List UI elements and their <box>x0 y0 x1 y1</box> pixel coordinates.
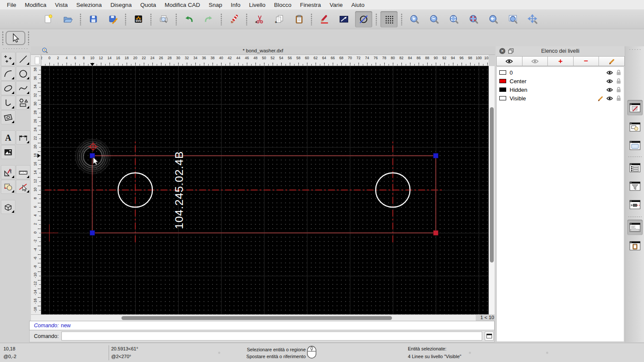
text-tool[interactable]: A <box>1 130 15 145</box>
layer-row-0[interactable]: 0 <box>497 68 624 77</box>
menu-item-blocco[interactable]: Blocco <box>270 2 296 8</box>
menu-item-info[interactable]: Info <box>227 2 245 8</box>
entity-list-toggle[interactable] <box>627 160 643 175</box>
close-panel-icon[interactable]: ✕ <box>499 48 505 54</box>
grid-toggle-button[interactable] <box>380 11 398 27</box>
block-tool[interactable] <box>1 180 15 194</box>
copy-button[interactable]: + <box>270 11 288 27</box>
menu-item-aiuto[interactable]: Aiuto <box>347 2 369 8</box>
zoom-auto-button[interactable] <box>445 11 462 27</box>
layer-row-hidden[interactable]: Hidden <box>497 85 624 94</box>
library-browser-toggle[interactable] <box>627 138 643 153</box>
polyline-tool[interactable] <box>1 96 15 110</box>
arc-tool[interactable] <box>1 66 15 81</box>
toolbar-drag-handle[interactable] <box>28 31 29 45</box>
command-widget-toggle[interactable] <box>627 220 643 235</box>
vertical-scrollbar-thumb[interactable] <box>490 107 494 262</box>
image-tool[interactable] <box>1 145 15 159</box>
command-detach-button[interactable] <box>485 332 494 341</box>
layer-panel-header[interactable]: ✕ Elenco dei livelli <box>496 46 625 56</box>
circle-tool[interactable] <box>16 66 30 81</box>
entity-info-button[interactable] <box>355 11 372 27</box>
menu-item-vista[interactable]: Vista <box>51 2 72 8</box>
layer-visibility-icon[interactable] <box>606 96 613 101</box>
main-toolbar: SVG + + <box>0 9 644 29</box>
show-all-layers-button[interactable] <box>496 56 522 66</box>
line-tool[interactable] <box>16 52 30 66</box>
clipboard-panel-toggle[interactable] <box>627 238 643 253</box>
redo-button[interactable] <box>200 11 217 27</box>
add-layer-button[interactable]: + <box>547 56 574 66</box>
menu-item-snap[interactable]: Snap <box>204 2 227 8</box>
layer-visibility-icon[interactable] <box>606 79 613 84</box>
ellipse-tool[interactable] <box>1 81 15 95</box>
layer-list-toggle[interactable] <box>627 100 643 115</box>
zoom-previous-button[interactable] <box>485 11 502 27</box>
command-input[interactable] <box>61 332 482 341</box>
cad-canvas[interactable]: 104.245.02.4B <box>41 66 489 314</box>
new-document-button[interactable] <box>39 11 57 27</box>
paste-button[interactable] <box>290 11 307 27</box>
selection-filter-toggle[interactable] <box>627 178 643 194</box>
layer-lock-icon[interactable] <box>616 69 621 75</box>
undo-icon <box>184 14 194 24</box>
select-entity-tool[interactable] <box>16 180 30 194</box>
layer-visibility-icon[interactable] <box>606 70 613 75</box>
menu-item-modifica-cad[interactable]: Modifica CAD <box>160 2 204 8</box>
ruler-label: 4 <box>62 56 71 60</box>
menu-item-livello[interactable]: Livello <box>245 2 270 8</box>
select-tool-button[interactable] <box>6 31 25 45</box>
zoom-out-button[interactable] <box>425 11 443 27</box>
3d-box-tool[interactable] <box>1 200 15 214</box>
layer-row-center[interactable]: Center <box>497 77 624 85</box>
undo-button[interactable] <box>180 11 197 27</box>
zoom-in-button[interactable] <box>406 11 423 27</box>
dock-drag-handle[interactable] <box>629 49 641 51</box>
toolbar-drag-handle[interactable] <box>2 31 3 45</box>
named-views-toggle[interactable] <box>627 197 643 212</box>
open-folder-icon <box>63 14 73 24</box>
hatch-tool[interactable] <box>1 110 15 124</box>
export-svg-button[interactable]: SVG <box>130 11 147 27</box>
pen-settings-button[interactable] <box>316 11 333 27</box>
palette-drag-handle[interactable] <box>3 48 28 50</box>
hide-all-layers-button[interactable] <box>522 56 548 66</box>
layer-lock-icon[interactable] <box>616 78 621 84</box>
ruler-label: 78 <box>380 56 389 60</box>
dimension-tool[interactable] <box>16 130 30 145</box>
layer-row-visible[interactable]: Visible <box>497 94 624 103</box>
remove-layer-button[interactable]: − <box>573 56 599 66</box>
menu-item-quota[interactable]: Quota <box>136 2 161 8</box>
layer-lock-icon[interactable] <box>616 87 621 93</box>
drawing-window-titlebar[interactable]: * bond_washer.dxf <box>31 46 495 55</box>
menu-item-modifica[interactable]: Modifica <box>21 2 51 8</box>
attributes-button[interactable] <box>335 11 352 27</box>
shapes-tool[interactable] <box>16 96 30 110</box>
delete-entities-button[interactable] <box>225 11 243 27</box>
edit-layer-button[interactable] <box>598 56 625 66</box>
detach-panel-icon[interactable] <box>508 48 514 54</box>
zoom-selection-button[interactable] <box>465 11 482 27</box>
horizontal-scrollbar[interactable] <box>31 314 477 321</box>
zoom-window-button[interactable] <box>504 11 522 27</box>
menu-item-disegna[interactable]: Disegna <box>106 2 136 8</box>
cut-button[interactable]: + <box>251 11 268 27</box>
modify-tool[interactable] <box>1 165 15 179</box>
menu-item-seleziona[interactable]: Seleziona <box>72 2 106 8</box>
measure-tool[interactable] <box>16 165 30 179</box>
block-list-toggle[interactable] <box>627 119 643 135</box>
vertical-scrollbar[interactable] <box>489 66 495 314</box>
points-tool[interactable] <box>1 52 15 66</box>
pan-button[interactable] <box>524 11 541 27</box>
save-button[interactable] <box>85 11 102 27</box>
open-file-button[interactable] <box>59 11 76 27</box>
print-preview-button[interactable] <box>155 11 172 27</box>
layer-visibility-icon[interactable] <box>606 87 613 92</box>
save-as-button[interactable] <box>104 11 122 27</box>
layer-lock-icon[interactable] <box>616 95 621 101</box>
spline-tool[interactable] <box>16 81 30 95</box>
menu-item-finestra[interactable]: Finestra <box>296 2 325 8</box>
horizontal-scrollbar-thumb[interactable] <box>122 316 392 320</box>
menu-item-varie[interactable]: Varie <box>325 2 347 8</box>
menu-item-file[interactable]: File <box>3 2 21 8</box>
